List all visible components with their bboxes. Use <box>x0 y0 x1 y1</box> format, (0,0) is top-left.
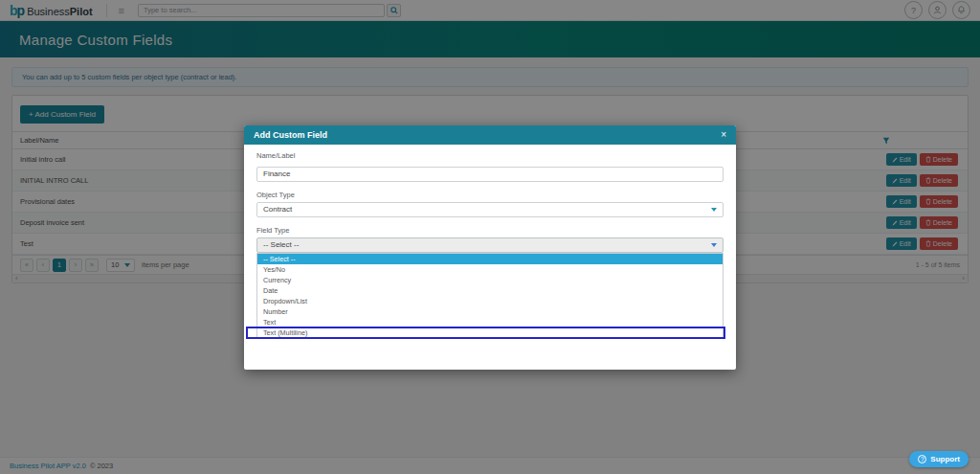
object-type-select[interactable]: Contract <box>256 202 724 217</box>
name-label: Name/Label <box>256 151 724 160</box>
close-icon[interactable]: × <box>721 130 726 140</box>
field-type-label: Field Type <box>256 226 724 235</box>
question-circle-icon: ? <box>918 455 926 463</box>
dropdown-option-yes-no[interactable]: Yes/No <box>257 264 723 275</box>
add-custom-field-modal: Add Custom Field × Name/Label Object Typ… <box>244 125 736 370</box>
chevron-down-icon <box>711 243 717 247</box>
dropdown-option-dropdown-list[interactable]: Dropdown/List <box>257 296 723 306</box>
app-window: bp BusinessPilot ≡ ? Manage Custo <box>0 0 980 474</box>
dropdown-option-date[interactable]: Date <box>257 285 723 296</box>
dropdown-option-text[interactable]: Text <box>257 317 723 327</box>
name-field[interactable] <box>256 167 724 182</box>
annotation-highlight-box <box>246 327 725 339</box>
dropdown-option-select[interactable]: -- Select -- <box>257 254 723 264</box>
dropdown-option-currency[interactable]: Currency <box>257 275 723 285</box>
field-type-dropdown-list: -- Select -- Yes/No Currency Date Dropdo… <box>256 253 724 339</box>
modal-title: Add Custom Field <box>254 130 327 140</box>
chevron-down-icon <box>711 208 717 212</box>
modal-footer-space <box>256 339 724 370</box>
dropdown-option-number[interactable]: Number <box>257 306 723 317</box>
modal-body: Name/Label Object Type Contract Field Ty… <box>244 145 736 370</box>
field-type-select[interactable]: -- Select -- <box>256 237 724 253</box>
modal-header: Add Custom Field × <box>244 125 736 145</box>
object-type-label: Object Type <box>256 191 724 199</box>
dropdown-option-text-multiline[interactable]: Text (Multiline) <box>257 327 723 338</box>
support-button[interactable]: ? Support <box>909 451 969 467</box>
